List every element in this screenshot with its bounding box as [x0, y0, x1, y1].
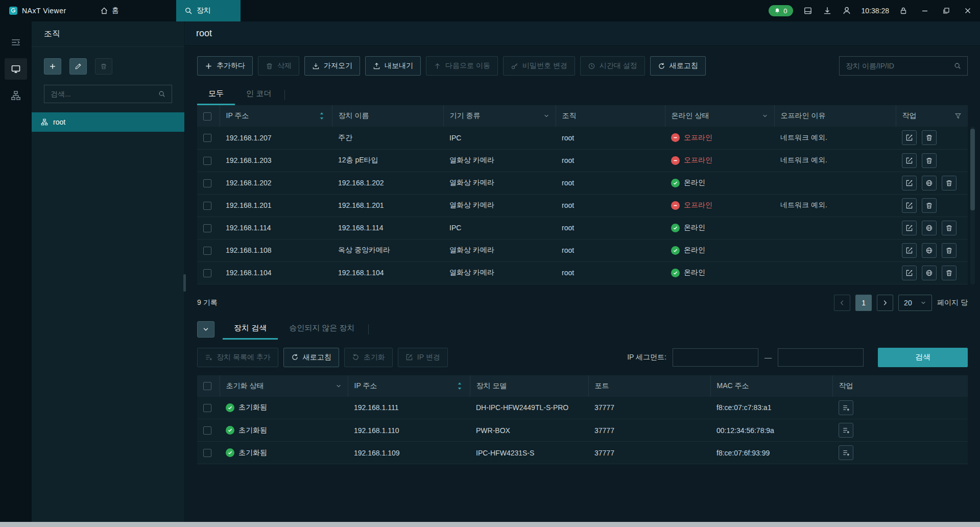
column-device-name[interactable]: 장치 이름 [332, 105, 443, 127]
row-checkbox[interactable] [203, 157, 211, 165]
add-device-to-list-button[interactable] [839, 423, 853, 438]
lock-icon[interactable] [899, 7, 907, 15]
scrollbar-thumb[interactable] [970, 129, 975, 210]
sort-icon[interactable] [456, 382, 464, 390]
row-checkbox[interactable] [203, 202, 211, 210]
nav-device-tree-button[interactable] [5, 85, 27, 106]
export-button[interactable]: 내보내기 [365, 56, 421, 76]
row-checkbox[interactable] [203, 269, 211, 277]
column-ip[interactable]: IP 주소 [348, 375, 470, 397]
home-label: 홈 [112, 6, 119, 15]
delete-device-button[interactable] [922, 153, 937, 168]
tree-item-root[interactable]: root [32, 112, 184, 132]
add-device-to-list-button[interactable] [839, 445, 853, 460]
organization-search-input[interactable] [51, 90, 154, 98]
edit-organization-button[interactable] [69, 58, 87, 75]
sidebar-resize-handle[interactable] [183, 274, 186, 292]
notification-badge[interactable]: 0 [769, 5, 793, 16]
refresh-button[interactable]: 새로고침 [650, 56, 706, 76]
column-init-status[interactable]: 초기화 상태 [220, 375, 348, 397]
edit-device-button[interactable] [902, 243, 917, 258]
table-scrollbar[interactable] [970, 127, 975, 284]
row-checkbox[interactable] [203, 224, 211, 232]
delete-device-button[interactable] [922, 130, 937, 145]
edit-icon [905, 157, 913, 164]
row-checkbox[interactable] [203, 449, 211, 457]
column-device-type[interactable]: 기기 종류 [443, 105, 556, 127]
download-icon[interactable] [823, 6, 832, 15]
row-checkbox[interactable] [203, 134, 211, 142]
import-button[interactable]: 가져오기 [304, 56, 360, 76]
discovery-search-button[interactable]: 검색 [878, 348, 968, 367]
column-organization[interactable]: 조직 [556, 105, 665, 127]
edit-device-button[interactable] [902, 176, 917, 190]
ip-segment-end-input[interactable] [778, 348, 864, 367]
row-checkbox[interactable] [203, 247, 211, 255]
user-icon[interactable] [842, 6, 851, 15]
device-search-input[interactable] [846, 62, 950, 70]
next-page-button[interactable] [877, 295, 893, 311]
delete-device-button[interactable] [942, 266, 957, 280]
device-tab[interactable]: 장치 [176, 0, 241, 21]
discovery-tab-0[interactable]: 장치 검색 [223, 319, 278, 340]
device-row[interactable]: 192.168.1.201192.168.1.201열화상 카메라root오프라… [197, 194, 968, 217]
edit-device-button[interactable] [902, 198, 917, 213]
filter-chevron-icon[interactable] [762, 113, 768, 119]
select-all-checkbox[interactable] [203, 112, 211, 121]
cell-ip: 192.168.1.109 [348, 442, 470, 464]
close-button[interactable] [964, 7, 972, 15]
web-access-button[interactable] [922, 243, 937, 258]
add-device-to-list-button[interactable] [839, 400, 853, 415]
nav-menu-button[interactable] [5, 32, 27, 53]
maximize-button[interactable] [942, 7, 950, 15]
delete-device-button[interactable] [942, 221, 957, 235]
discovered-device-row[interactable]: 초기화됨192.168.1.109IPC-HFW4231S-S37777f8:c… [197, 442, 968, 464]
web-access-button[interactable] [922, 266, 937, 280]
device-row[interactable]: 192.168.1.104192.168.1.104열화상 카메라root온라인 [197, 261, 968, 284]
delete-device-button[interactable] [922, 198, 937, 213]
delete-device-button[interactable] [942, 176, 957, 190]
edit-device-button[interactable] [902, 153, 917, 168]
storage-icon[interactable] [803, 6, 812, 15]
discovered-device-row[interactable]: 초기화됨192.168.1.111DH-IPC-HFW2449TL-S-PRO3… [197, 397, 968, 419]
device-row[interactable]: 192.168.1.114192.168.1.114IPCroot온라인 [197, 217, 968, 239]
device-row[interactable]: 192.168.1.202192.168.1.202열화상 카메라root온라인 [197, 172, 968, 194]
edit-device-button[interactable] [902, 266, 917, 280]
column-online-status[interactable]: 온라인 상태 [665, 105, 774, 127]
column-offline-reason[interactable]: 오프라인 이유 [774, 105, 896, 127]
discovery-tab-1[interactable]: 승인되지 않은 장치 [278, 319, 366, 340]
ip-segment-start-input[interactable] [673, 348, 758, 367]
edit-device-button[interactable] [902, 221, 917, 235]
device-row[interactable]: 192.168.1.20312층 pE타입열화상 카메라root오프라인네트워크… [197, 149, 968, 172]
delete-device-button[interactable] [942, 243, 957, 258]
filter-chevron-icon[interactable] [543, 113, 549, 119]
select-all-checkbox[interactable] [203, 382, 211, 390]
column-ip[interactable]: IP 주소 [220, 105, 332, 127]
page-size-select[interactable]: 20 [898, 295, 932, 311]
device-list-tab-1[interactable]: 인 코더 [235, 85, 282, 105]
column-port[interactable]: 포트 [588, 375, 710, 397]
column-device-model[interactable]: 장치 모델 [470, 375, 588, 397]
add-device-button[interactable]: 추가하다 [197, 56, 253, 76]
edit-device-button[interactable] [902, 130, 917, 145]
sort-icon[interactable] [318, 112, 326, 120]
filter-icon[interactable] [954, 112, 962, 119]
filter-chevron-icon[interactable] [336, 383, 342, 389]
discovery-refresh-button[interactable]: 새로고침 [283, 348, 339, 367]
column-mac[interactable]: MAC 주소 [710, 375, 832, 397]
device-list-tab-0[interactable]: 모두 [197, 85, 235, 105]
device-row[interactable]: 192.168.1.108옥상 중앙카메라열화상 카메라root온라인 [197, 239, 968, 261]
nav-devices-button[interactable] [5, 58, 27, 80]
collapse-panel-button[interactable] [197, 321, 214, 338]
discovered-device-row[interactable]: 초기화됨192.168.1.110PWR-BOX3777700:12:34:56… [197, 419, 968, 442]
current-page-button[interactable]: 1 [855, 295, 872, 311]
row-checkbox[interactable] [203, 179, 211, 187]
minimize-button[interactable] [921, 7, 929, 15]
web-access-button[interactable] [922, 176, 937, 190]
row-checkbox[interactable] [203, 426, 211, 435]
device-row[interactable]: 192.168.1.207주간IPCroot오프라인네트워크 예외. [197, 127, 968, 149]
web-access-button[interactable] [922, 221, 937, 235]
row-checkbox[interactable] [203, 404, 211, 412]
add-organization-button[interactable] [44, 58, 61, 75]
home-button[interactable]: 홈 [100, 6, 119, 15]
